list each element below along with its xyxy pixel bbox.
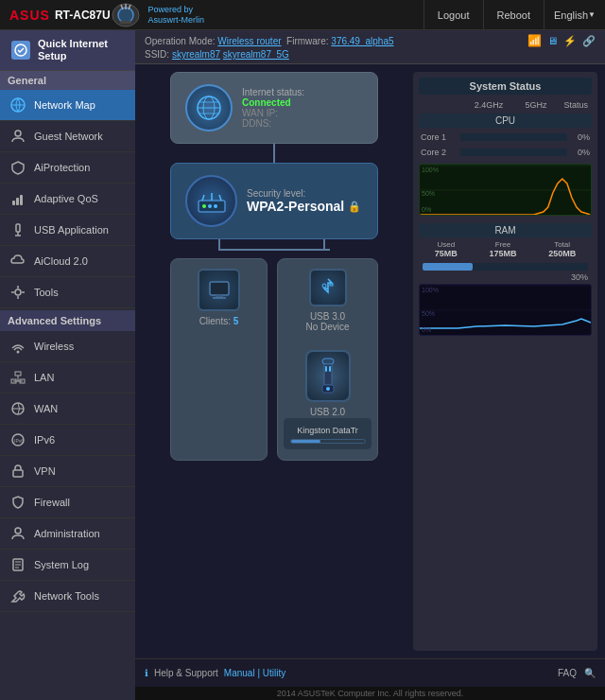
cpu-core1-label: Core 1 <box>421 132 457 142</box>
wifi-24-icon: 📶 <box>527 34 542 47</box>
branch-connector <box>170 239 378 258</box>
clients-node[interactable]: Clients: 5 <box>170 258 268 461</box>
sidebar-item-firewall[interactable]: Firewall <box>0 487 135 518</box>
info-bar-icons: 📶 🖥 ⚡ 🔗 <box>527 34 596 47</box>
ram-pct: 30% <box>419 272 592 282</box>
clients-label: Clients: 5 <box>199 316 239 326</box>
general-section: General <box>0 71 135 90</box>
header-status: Status <box>560 100 588 110</box>
cpu-core2-bar <box>460 149 567 156</box>
usb20-label: USB 2.0 <box>310 407 345 417</box>
sidebar-item-usb-application[interactable]: USB Application <box>0 215 135 246</box>
sidebar-item-wireless[interactable]: Wireless <box>0 331 135 362</box>
lan-icon <box>9 369 26 386</box>
network-tools-icon <box>9 587 26 604</box>
logout-button[interactable]: Logout <box>424 0 483 30</box>
internet-info: Internet status: Connected WAN IP: DDNS: <box>242 87 304 129</box>
network-map-label: Network Map <box>34 99 95 111</box>
ram-chart-100: 100% <box>422 287 439 293</box>
header-24ghz: 2.4GHz <box>465 100 512 110</box>
chart-100-label: 100% <box>422 166 439 173</box>
internet-node[interactable]: Internet status: Connected WAN IP: DDNS: <box>170 72 378 144</box>
svg-rect-10 <box>12 201 15 205</box>
language-selector[interactable]: English <box>544 0 605 30</box>
operation-mode-label: Operation Mode: <box>145 36 216 46</box>
ssid-label: SSID: <box>145 49 169 60</box>
svg-point-47 <box>208 204 212 208</box>
model-name: RT-AC87U <box>55 9 111 22</box>
adaptive-qos-label: Adaptive QoS <box>34 193 98 204</box>
svg-point-9 <box>15 131 21 136</box>
adaptive-qos-icon <box>9 190 26 207</box>
wan-icon <box>9 400 26 417</box>
ram-chart-svg <box>420 285 591 336</box>
reboot-button[interactable]: Reboot <box>483 0 544 30</box>
ram-mini-chart: 100% 50% 0% <box>419 284 592 336</box>
header-empty <box>423 100 465 110</box>
svg-rect-22 <box>15 372 21 376</box>
tools-label: Tools <box>34 287 59 298</box>
sidebar-item-aiprotection[interactable]: AiProtection <box>0 152 135 184</box>
guest-network-label: Guest Network <box>34 131 103 142</box>
sidebar-item-wan[interactable]: WAN <box>0 394 135 425</box>
sidebar-item-network-tools[interactable]: Network Tools <box>0 581 135 612</box>
cpu-chart-svg <box>420 165 591 216</box>
utility-link[interactable]: Utility <box>263 668 285 678</box>
sidebar-item-ipv6[interactable]: IPv6 IPv6 <box>0 425 135 456</box>
usb-node: USB 3.0 No Device <box>277 258 378 461</box>
system-log-label: System Log <box>34 559 89 570</box>
sidebar-item-adaptive-qos[interactable]: Adaptive QoS <box>0 184 135 215</box>
sidebar-item-system-log[interactable]: System Log <box>0 550 135 581</box>
svg-text:IPv6: IPv6 <box>14 438 24 444</box>
sidebar-item-lan[interactable]: LAN <box>0 362 135 394</box>
content-wrapper: Operation Mode: Wireless router Firmware… <box>135 30 605 700</box>
cpu-core1-bar <box>460 133 567 141</box>
svg-point-16 <box>15 289 21 295</box>
svg-point-57 <box>326 387 330 391</box>
clients-icon <box>198 269 240 311</box>
usb20-icon[interactable] <box>305 350 351 402</box>
ram-total-value: 250MB <box>548 249 576 258</box>
info-bar-row1: Operation Mode: Wireless router Firmware… <box>145 34 596 47</box>
sidebar-item-guest-network[interactable]: Guest Network <box>0 121 135 152</box>
router-node[interactable]: Security level: WPA2-Personal 🔒 <box>170 163 378 239</box>
cpu-mini-chart: 100% 50% 0% <box>419 164 592 216</box>
ram-chart-50: 50% <box>422 310 435 317</box>
usb20-device-name: Kingston DataTr <box>297 426 358 435</box>
top-nav: Logout Reboot English <box>424 0 605 30</box>
firmware-value[interactable]: 376.49_alpha5 <box>331 36 393 46</box>
sidebar-item-administration[interactable]: Administration <box>0 518 135 550</box>
wan-label: WAN <box>34 403 58 414</box>
sidebar-item-vpn[interactable]: VPN <box>0 456 135 487</box>
ram-stats: Used 75MB Free 175MB Total 250MB <box>419 237 592 261</box>
svg-rect-12 <box>20 195 23 205</box>
internet-status-label: Internet status: <box>242 87 304 97</box>
sidebar-item-tools[interactable]: Tools <box>0 277 135 308</box>
ssid-24-link[interactable]: skyrealm87 <box>172 49 220 60</box>
ram-free-value: 175MB <box>489 249 516 258</box>
usb30-device: No Device <box>305 322 349 332</box>
firmware-label: Firmware: <box>286 36 328 46</box>
search-icon[interactable]: 🔍 <box>584 668 596 678</box>
svg-rect-13 <box>16 224 20 232</box>
ssid-5-link[interactable]: skyrealm87_5G <box>223 49 289 60</box>
svg-rect-59 <box>329 366 331 372</box>
sidebar-item-network-map[interactable]: Network Map <box>0 90 135 121</box>
operation-mode-value[interactable]: Wireless router <box>217 36 281 46</box>
cpu-core1-pct: 0% <box>571 132 590 142</box>
cpu-section-title: CPU <box>419 114 592 128</box>
svg-point-32 <box>15 528 21 534</box>
right-branch <box>323 239 325 251</box>
wireless-icon <box>9 338 26 355</box>
network-map-area: Internet status: Connected WAN IP: DDNS: <box>135 64 605 658</box>
vpn-icon <box>9 463 26 480</box>
main-layout: Quick Internet Setup General Network Map… <box>0 30 605 700</box>
sidebar-item-aicloud[interactable]: AiCloud 2.0 <box>0 246 135 277</box>
system-status-panel: System Status 2.4GHz 5GHz Status CPU Cor… <box>413 72 597 651</box>
manual-link[interactable]: Manual <box>224 668 255 678</box>
ipv6-label: IPv6 <box>34 434 55 446</box>
aiprotection-label: AiProtection <box>34 162 90 173</box>
quick-internet-setup[interactable]: Quick Internet Setup <box>0 30 135 71</box>
security-level-label: Security level: <box>247 188 361 199</box>
administration-label: Administration <box>34 528 100 539</box>
